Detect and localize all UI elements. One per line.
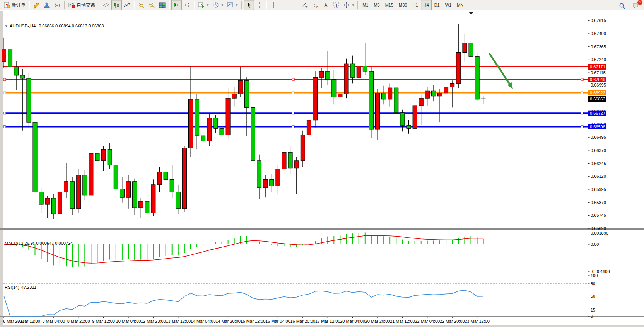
symbol-period-label: AUDUSD-,H4 <box>10 24 36 28</box>
auto-scroll-icon <box>173 2 180 9</box>
chevron-down-icon[interactable]: ▾ <box>207 3 209 7</box>
svg-text:80: 80 <box>591 281 595 286</box>
trend-line-button[interactable] <box>289 0 300 10</box>
new-order-icon <box>3 2 10 9</box>
vline-icon <box>270 2 277 9</box>
line-handle[interactable] <box>292 112 294 114</box>
svg-text:21 Mar 12:00: 21 Mar 12:00 <box>390 319 415 324</box>
svg-text:T: T <box>335 3 338 7</box>
chevron-down-icon[interactable]: ▾ <box>222 3 224 7</box>
channel-icon: E <box>302 2 308 9</box>
line-chart-icon <box>124 2 130 9</box>
chevron-down-icon[interactable]: ▾ <box>352 3 354 7</box>
toolbar-separator <box>266 1 267 9</box>
toolbar-separator <box>241 1 242 9</box>
timeframe-m5-button[interactable]: M5 <box>371 0 382 10</box>
line-handle[interactable] <box>581 92 583 94</box>
templates-button[interactable]: ▾ <box>225 0 240 10</box>
chart-symbol-header: ▼AUDUSD-,H40.66866 0.66894 0.66813 0.668… <box>5 24 104 28</box>
add-indicator-button[interactable]: ▾ <box>196 0 211 10</box>
toolbar-separator <box>357 1 358 9</box>
text-button[interactable]: A <box>321 0 331 10</box>
vertical-line-button[interactable] <box>268 0 279 10</box>
collapse-triangle-icon[interactable]: ▼ <box>5 24 8 28</box>
toolbar-separator <box>64 1 65 9</box>
market-signal-button[interactable] <box>52 0 63 10</box>
rsi-value: 47.2311 <box>21 285 36 290</box>
timeframe-m30-button[interactable]: M30 <box>396 0 410 10</box>
equidistant-channel-button[interactable]: E <box>300 0 310 10</box>
line-handle[interactable] <box>292 92 294 94</box>
ohlc-values: 0.66866 0.66894 0.66813 0.66863 <box>39 24 104 28</box>
layouts-icon <box>33 2 40 9</box>
periods-button[interactable]: ▾ <box>211 0 225 10</box>
label-icon: T <box>333 2 340 9</box>
svg-text:0.67365: 0.67365 <box>591 44 606 49</box>
timeframe-mn-button[interactable]: MN <box>454 0 466 10</box>
svg-text:0.66995: 0.66995 <box>591 83 606 87</box>
svg-text:0.67049: 0.67049 <box>590 77 605 82</box>
shapes-button[interactable]: ▾ <box>342 0 356 10</box>
line-handle[interactable] <box>581 126 583 128</box>
tile-windows-icon <box>159 2 166 9</box>
line-handle[interactable] <box>3 112 6 114</box>
timeframe-h1-button[interactable]: H1 <box>410 0 421 10</box>
svg-text:0.66727: 0.66727 <box>590 111 605 116</box>
cursor-button[interactable] <box>244 0 254 10</box>
tile-windows-button[interactable] <box>157 0 167 10</box>
notifications-button[interactable]: 1 <box>630 1 641 11</box>
svg-text:23 Mar 12:00: 23 Mar 12:00 <box>465 319 490 324</box>
horizontal-line-button[interactable] <box>279 0 289 10</box>
line-handle[interactable] <box>3 126 6 128</box>
line-chart-button[interactable] <box>122 0 132 10</box>
line-handle[interactable] <box>292 126 294 128</box>
svg-text:0: 0 <box>591 314 593 318</box>
timeframe-w1-button[interactable]: W1 <box>442 0 454 10</box>
line-handle[interactable] <box>3 92 6 94</box>
profiles-button[interactable] <box>42 0 52 10</box>
line-handle[interactable] <box>581 78 583 81</box>
svg-text:16 Mar 04:00: 16 Mar 04:00 <box>265 319 290 324</box>
svg-text:0.001896: 0.001896 <box>591 231 608 235</box>
zoom-in-button[interactable] <box>136 0 147 10</box>
svg-text:15: 15 <box>591 308 595 312</box>
timeframe-m1-button[interactable]: M1 <box>360 0 371 10</box>
text-label-button[interactable]: T <box>331 0 342 10</box>
mt4-window: 新订单自动交易▾▾▾EFAT▾M1M5M15M30H1H4D1W1MN1 0.6… <box>0 0 644 327</box>
autotrade-button[interactable]: 自动交易 <box>67 0 97 10</box>
svg-text:8 Mar 20:00: 8 Mar 20:00 <box>67 319 90 324</box>
toolbar-button-label: 新订单 <box>12 2 26 9</box>
line-handle[interactable] <box>292 78 294 81</box>
zoom-out-button[interactable] <box>147 0 157 10</box>
add-indicator-icon <box>198 2 205 9</box>
timeframe-h4-button[interactable]: H4 <box>421 0 432 10</box>
chart-canvas[interactable]: 0.676150.674900.673650.672400.671150.669… <box>0 11 644 327</box>
layouts-button[interactable] <box>31 0 42 10</box>
search-button[interactable] <box>617 1 627 11</box>
new-order-button[interactable]: 新订单 <box>2 0 27 10</box>
fibonacci-button[interactable]: F <box>310 0 321 10</box>
timeframe-m15-button[interactable]: M15 <box>383 0 396 10</box>
line-handle[interactable] <box>3 78 6 81</box>
svg-text:22 Mar 20:00: 22 Mar 20:00 <box>440 319 465 324</box>
svg-text:0.65745: 0.65745 <box>591 213 606 218</box>
svg-text:20 Mar 04:00: 20 Mar 04:00 <box>340 319 365 324</box>
timeframe-d1-button[interactable]: D1 <box>432 0 442 10</box>
candlestick-chart-button[interactable] <box>111 0 122 10</box>
signal-icon <box>54 2 61 9</box>
zoom-in-icon <box>138 2 145 9</box>
svg-text:0.65620: 0.65620 <box>591 226 606 231</box>
chart-shift-icon <box>184 2 190 9</box>
line-handle[interactable] <box>581 112 583 114</box>
crosshair-button[interactable] <box>254 0 265 10</box>
auto-scroll-button[interactable] <box>171 0 182 10</box>
toolbar: 新订单自动交易▾▾▾EFAT▾M1M5M15M30H1H4D1W1MN1 <box>0 0 644 10</box>
bar-chart-button[interactable] <box>101 0 111 10</box>
svg-text:20 Mar 20:00: 20 Mar 20:00 <box>365 319 390 324</box>
svg-text:9 Mar 12:00: 9 Mar 12:00 <box>92 319 115 324</box>
chart-shift-button[interactable] <box>182 0 192 10</box>
svg-text:14 Mar 04:00: 14 Mar 04:00 <box>191 319 216 324</box>
svg-text:0.67240: 0.67240 <box>591 57 606 62</box>
chevron-down-icon[interactable]: ▾ <box>236 3 238 7</box>
search-icon <box>619 3 625 9</box>
